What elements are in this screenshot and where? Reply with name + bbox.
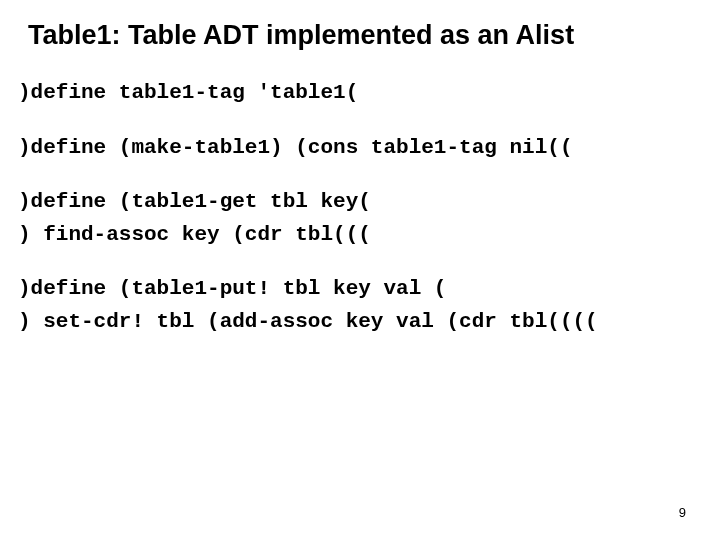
- code-line: ) find-assoc key (cdr tbl(((: [18, 223, 371, 246]
- slide-title: Table1: Table ADT implemented as an Alis…: [28, 20, 702, 51]
- code-line: )define table1-tag 'table1(: [18, 81, 358, 104]
- code-line: )define (table1-get tbl key(: [18, 190, 371, 213]
- code-line: )define (table1-put! tbl key val (: [18, 277, 446, 300]
- page-number: 9: [679, 505, 686, 520]
- slide: Table1: Table ADT implemented as an Alis…: [0, 0, 720, 540]
- code-line: ) set-cdr! tbl (add-assoc key val (cdr t…: [18, 310, 598, 333]
- code-block-2: )define (make-table1) (cons table1-tag n…: [18, 132, 702, 165]
- code-block-1: )define table1-tag 'table1(: [18, 77, 702, 110]
- code-block-3: )define (table1-get tbl key( ) find-asso…: [18, 186, 702, 251]
- code-block-4: )define (table1-put! tbl key val ( ) set…: [18, 273, 702, 338]
- code-line: )define (make-table1) (cons table1-tag n…: [18, 136, 573, 159]
